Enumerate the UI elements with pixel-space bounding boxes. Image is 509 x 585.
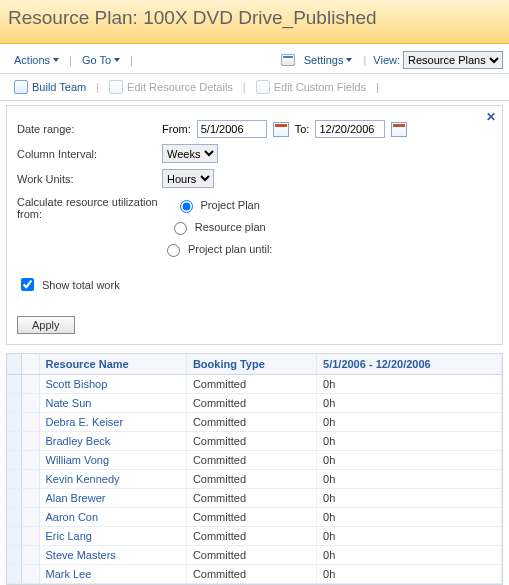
table-row[interactable]: Mark Lee Committed 0h — [7, 565, 502, 584]
show-total-work-label: Show total work — [42, 279, 120, 291]
close-icon[interactable]: ✕ — [486, 110, 496, 124]
row-indicator — [21, 394, 39, 413]
goto-menu[interactable]: Go To — [78, 53, 124, 67]
build-team-label: Build Team — [32, 81, 86, 93]
settings-menu[interactable]: Settings — [300, 53, 357, 67]
hours-cell: 0h — [317, 413, 502, 432]
goto-label: Go To — [82, 54, 111, 66]
row-selector[interactable] — [7, 375, 21, 394]
radio-project-plan-until[interactable]: Project plan until: — [162, 241, 272, 257]
menu-bar: Actions | Go To | Settings | View: Resou… — [0, 44, 509, 74]
hours-cell: 0h — [317, 432, 502, 451]
grid-header-indicator — [21, 354, 39, 375]
table-row[interactable]: Steve Masters Committed 0h — [7, 546, 502, 565]
column-interval-row: Column Interval: Weeks — [17, 144, 492, 163]
to-date-input[interactable] — [315, 120, 385, 138]
booking-type-cell: Committed — [186, 375, 316, 394]
row-selector[interactable] — [7, 413, 21, 432]
edit-custom-fields-button: Edit Custom Fields — [250, 78, 372, 96]
actions-menu[interactable]: Actions — [10, 53, 63, 67]
table-row[interactable]: William Vong Committed 0h — [7, 451, 502, 470]
resource-name-link[interactable]: Eric Lang — [46, 530, 92, 542]
from-date-input[interactable] — [197, 120, 267, 138]
table-row[interactable]: Eric Lang Committed 0h — [7, 527, 502, 546]
apply-button[interactable]: Apply — [17, 316, 75, 334]
hours-cell: 0h — [317, 375, 502, 394]
title-bar: Resource Plan: 100X DVD Drive_Published — [0, 0, 509, 44]
show-total-work-checkbox[interactable] — [21, 278, 34, 291]
edit-resource-label: Edit Resource Details — [127, 81, 233, 93]
row-selector[interactable] — [7, 527, 21, 546]
edit-resource-details-button: Edit Resource Details — [103, 78, 239, 96]
view-select[interactable]: Resource Plans — [403, 51, 503, 69]
calendar-icon[interactable] — [391, 122, 407, 137]
resource-name-link[interactable]: Kevin Kennedy — [46, 473, 120, 485]
table-row[interactable]: Nate Sun Committed 0h — [7, 394, 502, 413]
from-label: From: — [162, 123, 191, 135]
edit-fields-icon — [256, 80, 270, 94]
resource-grid: Resource Name Booking Type 5/1/2006 - 12… — [6, 353, 503, 585]
row-indicator — [21, 375, 39, 394]
resource-name-link[interactable]: Debra E. Keiser — [46, 416, 124, 428]
grid-header-selector — [7, 354, 21, 375]
calendar-icon[interactable] — [273, 122, 289, 137]
radio-resource-plan-input[interactable] — [174, 222, 187, 235]
row-selector[interactable] — [7, 546, 21, 565]
booking-type-cell: Committed — [186, 527, 316, 546]
calc-row: Calculate resource utilization from: Pro… — [17, 194, 492, 257]
resource-name-link[interactable]: Alan Brewer — [46, 492, 106, 504]
row-selector[interactable] — [7, 394, 21, 413]
grid-header-resource-name[interactable]: Resource Name — [39, 354, 186, 375]
booking-type-cell: Committed — [186, 413, 316, 432]
resource-name-link[interactable]: Scott Bishop — [46, 378, 108, 390]
radio-resource-plan-label: Resource plan — [195, 221, 266, 233]
booking-type-cell: Committed — [186, 489, 316, 508]
radio-project-plan-until-input[interactable] — [167, 244, 180, 257]
row-selector[interactable] — [7, 565, 21, 584]
actions-label: Actions — [14, 54, 50, 66]
secondary-toolbar: Build Team | Edit Resource Details | Edi… — [0, 74, 509, 101]
toolbar-separator: | — [239, 81, 250, 93]
table-row[interactable]: Scott Bishop Committed 0h — [7, 375, 502, 394]
table-row[interactable]: Alan Brewer Committed 0h — [7, 489, 502, 508]
view-label: View: — [373, 54, 400, 66]
build-team-button[interactable]: Build Team — [8, 78, 92, 96]
resource-name-link[interactable]: Steve Masters — [46, 549, 116, 561]
table-row[interactable]: Aaron Con Committed 0h — [7, 508, 502, 527]
settings-label: Settings — [304, 54, 344, 66]
column-interval-select[interactable]: Weeks — [162, 144, 218, 163]
caret-down-icon — [346, 58, 352, 62]
menu-separator: | — [126, 54, 137, 66]
to-label: To: — [295, 123, 310, 135]
radio-resource-plan[interactable]: Resource plan — [169, 219, 266, 235]
row-selector[interactable] — [7, 432, 21, 451]
caret-down-icon — [53, 58, 59, 62]
row-selector[interactable] — [7, 451, 21, 470]
hours-cell: 0h — [317, 565, 502, 584]
row-selector[interactable] — [7, 489, 21, 508]
resource-name-link[interactable]: Nate Sun — [46, 397, 92, 409]
row-selector[interactable] — [7, 470, 21, 489]
table-row[interactable]: Debra E. Keiser Committed 0h — [7, 413, 502, 432]
radio-project-plan-input[interactable] — [180, 200, 193, 213]
row-selector[interactable] — [7, 508, 21, 527]
resource-name-link[interactable]: Aaron Con — [46, 511, 99, 523]
table-row[interactable]: Bradley Beck Committed 0h — [7, 432, 502, 451]
options-panel: ✕ Date range: From: To: Column Interval:… — [6, 105, 503, 345]
row-indicator — [21, 432, 39, 451]
grid-header-date-range[interactable]: 5/1/2006 - 12/20/2006 — [317, 354, 502, 375]
resource-name-link[interactable]: William Vong — [46, 454, 110, 466]
menu-separator: | — [359, 54, 370, 66]
booking-type-cell: Committed — [186, 565, 316, 584]
radio-project-plan[interactable]: Project Plan — [175, 197, 260, 213]
edit-resource-icon — [109, 80, 123, 94]
work-units-select[interactable]: Hours — [162, 169, 214, 188]
hours-cell: 0h — [317, 489, 502, 508]
table-row[interactable]: Kevin Kennedy Committed 0h — [7, 470, 502, 489]
resource-name-link[interactable]: Bradley Beck — [46, 435, 111, 447]
hours-cell: 0h — [317, 451, 502, 470]
date-range-label: Date range: — [17, 123, 162, 135]
grid-header-booking-type[interactable]: Booking Type — [186, 354, 316, 375]
resource-name-link[interactable]: Mark Lee — [46, 568, 92, 580]
row-indicator — [21, 489, 39, 508]
